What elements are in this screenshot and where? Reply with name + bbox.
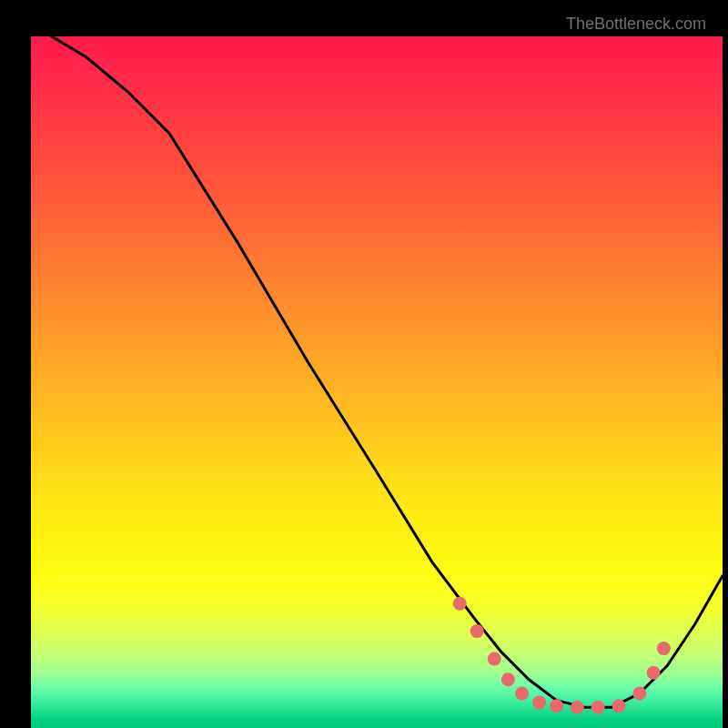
marker-dot xyxy=(657,642,671,655)
marker-dot xyxy=(501,672,515,686)
marker-dot xyxy=(470,624,484,638)
watermark-text: TheBottleneck.com xyxy=(566,15,706,34)
marker-dot xyxy=(453,597,467,611)
chart-frame: TheBottleneck.com xyxy=(13,13,715,715)
chart-svg xyxy=(31,36,723,728)
marker-dots-group xyxy=(453,597,671,714)
marker-dot xyxy=(612,699,626,713)
marker-dot xyxy=(488,652,501,666)
bottleneck-curve-line xyxy=(52,36,723,707)
marker-dot xyxy=(532,695,546,709)
marker-dot xyxy=(632,687,646,701)
marker-dot xyxy=(550,699,563,713)
marker-dot xyxy=(571,701,584,714)
plot-area xyxy=(31,36,723,728)
marker-dot xyxy=(592,701,605,714)
marker-dot xyxy=(647,666,661,680)
marker-dot xyxy=(515,687,529,701)
